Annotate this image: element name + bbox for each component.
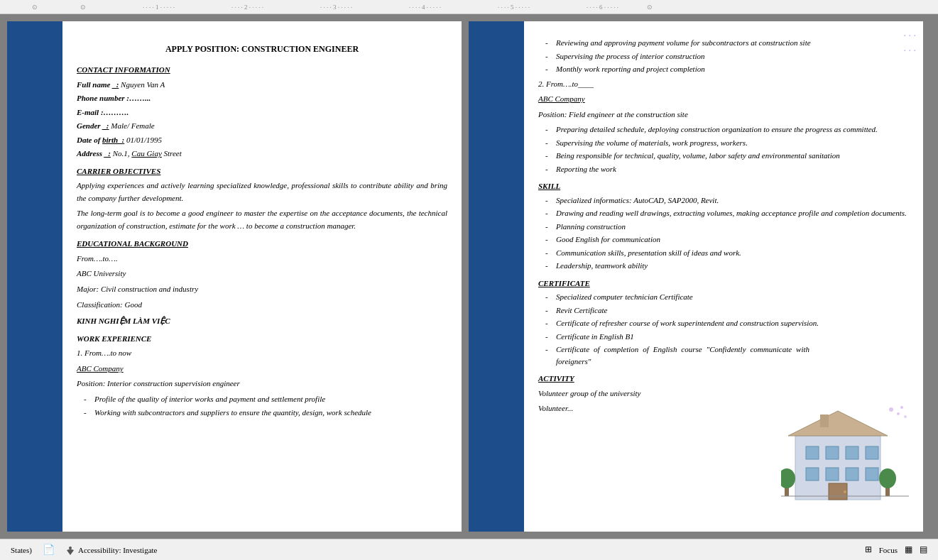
list-item: Revit Certificate [545,304,909,317]
svg-point-18 [781,468,795,488]
status-states: States) [11,546,32,554]
work1-bullets: Profile of the quality of interior works… [77,393,447,418]
list-item: Monthly work reporting and project compl… [545,63,909,75]
svg-marker-5 [788,411,888,436]
right-page-content: · · ·· · · Reviewing and approving payme… [524,21,923,532]
svg-rect-8 [826,446,839,459]
gender-field: Gender _: Male/ Female [77,120,447,132]
accessibility-icon [65,545,75,555]
ruler-content: ⊙ ⊙ · · · · 1 · · · · · · · · · 2 · · · … [4,4,934,11]
fullname-value: Nguyen Van A [119,80,165,89]
building-illustration [781,404,909,503]
svg-point-16 [844,490,846,493]
edu-classification: Classification: Good [77,299,447,312]
dob-label: Date of birth_: [77,136,124,144]
svg-rect-13 [846,468,858,481]
accessibility-label: Accessibility: Investigate [78,546,158,554]
list-item: Drawing and reading well drawings, extra… [545,207,909,219]
svg-rect-14 [866,468,878,481]
status-right: ⊞ Focus ▦ ▤ [865,544,927,555]
work-experience-en: WORK EXPERIENCE [77,333,447,345]
svg-point-2 [900,406,903,409]
dob-value: 01/01/1995 [124,136,162,144]
status-left: States) 📄 Accessibility: Investigate [11,544,157,556]
work2-position: Position: Field engineer at the construc… [538,109,909,121]
document-title: APPLY POSITION: CONSTRUCTION ENGINEER [77,43,447,55]
gender-label: Gender _: [77,121,109,130]
svg-point-22 [69,547,72,549]
work1-cont-bullets: Reviewing and approving payment volume f… [538,37,909,75]
list-item: Reviewing and approving payment volume f… [545,37,909,49]
svg-rect-11 [806,468,819,481]
svg-rect-10 [866,446,878,459]
edu-university: ABC University [77,268,447,280]
list-item: Certificate of refresher course of work … [545,317,909,329]
activity-section-header: ACTIVITY [538,373,909,385]
view-icon[interactable]: ▤ [920,544,927,555]
skill-section-header: SKILL [538,180,909,192]
left-sidebar-blue [7,21,62,532]
list-item: Supervising the process of interior cons… [545,50,909,62]
gender-value: Male/ Female [109,121,155,130]
list-item: Certificate of completion of English cou… [545,344,909,367]
carrier-text-1: Applying experiences and actively learni… [77,180,447,204]
svg-rect-7 [806,446,819,459]
svg-point-1 [897,412,900,415]
edu-major: Major: Civil construction and industry [77,283,447,296]
address-value: No.1, Cau Giay Street [111,149,182,158]
email-label: E-mail :………. [77,108,129,116]
address-label: Address _: [77,149,111,158]
accessibility-status[interactable]: Accessibility: Investigate [65,545,158,555]
list-item: Profile of the quality of interior works… [84,393,447,405]
work1-period: 1. From….to now [77,347,447,360]
list-item: Specialized informatics: AutoCAD, SAP200… [545,194,909,207]
page-right: · · ·· · · Reviewing and approving payme… [469,21,923,532]
phone-label: Phone number :……... [77,94,151,102]
focus-icon[interactable]: ⊞ [865,544,872,555]
list-item: Good English for communication [545,234,909,246]
list-item: Specialized computer technician Certific… [545,291,909,303]
right-sidebar-blue [469,21,524,532]
svg-rect-12 [826,468,839,481]
edu-from: From….to…. [77,253,447,265]
document-area: APPLY POSITION: CONSTRUCTION ENGINEER CO… [0,14,938,539]
work1-position: Position: Interior construction supervis… [77,378,447,390]
work2-company: ABC Company [538,93,909,106]
address-field: Address _: No.1, Cau Giay Street [77,148,447,160]
list-item: Preparing detailed schedule, deploying c… [545,123,909,136]
work-experience-vn: KINH NGHIỆM LÀM VIỆC [77,315,447,327]
fullname-field: Full name _: Nguyen Van A [77,79,447,91]
contact-section-header: CONTACT INFORMATION [77,64,447,76]
page-icon: 📄 [43,544,55,556]
status-bar: States) 📄 Accessibility: Investigate ⊞ F… [0,539,938,560]
svg-point-0 [889,407,893,412]
certificate-section-header: CERTIFICATE [538,278,909,290]
work1-company: ABC Company [77,363,447,375]
phone-field: Phone number :……... [77,92,447,104]
certificate-bullets: Specialized computer technician Certific… [538,291,909,367]
list-item: Working with subcontractors and supplier… [84,407,447,419]
svg-point-3 [904,415,907,418]
svg-point-20 [879,468,896,488]
svg-rect-9 [846,446,858,459]
dob-field: Date of birth_: 01/01/1995 [77,134,447,146]
layout-icon[interactable]: ▦ [905,544,912,555]
skill-bullets: Specialized informatics: AutoCAD, SAP200… [538,194,909,272]
ruler: ⊙ ⊙ · · · · 1 · · · · · · · · · 2 · · · … [0,0,938,14]
email-field: E-mail :………. [77,106,447,119]
activity-text: Volunteer group of the university [538,388,909,400]
work2-period: 2. From….to____ [538,78,909,91]
work2-bullets: Preparing detailed schedule, deploying c… [538,123,909,175]
svg-rect-6 [820,414,829,427]
fullname-label: Full name _: [77,80,119,89]
carrier-text-2: The long-term goal is to become a good e… [77,207,447,232]
focus-label: Focus [879,546,898,554]
list-item: Communication skills, presentation skill… [545,247,909,259]
list-item: Planning construction [545,221,909,233]
list-item: Certificate in English B1 [545,331,909,343]
list-item: Supervising the volume of materials, wor… [545,137,909,149]
list-item: Leadership, teamwork ability [545,260,909,272]
list-item: Being responsible for technical, quality… [545,150,909,162]
page-left: APPLY POSITION: CONSTRUCTION ENGINEER CO… [7,21,462,532]
carrier-objectives-header: CARRIER OBJECTIVES [77,165,447,177]
